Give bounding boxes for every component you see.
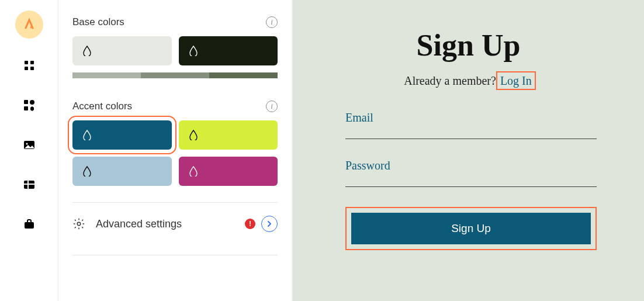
accent-swatch-2[interactable] [179, 120, 278, 150]
svg-point-8 [26, 143, 27, 145]
settings-panel: Base colors i Accent colors i [58, 0, 292, 301]
accent-swatch-row-2 [72, 157, 278, 186]
accent-swatch-3[interactable] [72, 157, 172, 186]
info-icon[interactable]: i [266, 101, 278, 112]
email-label: Email [345, 111, 597, 124]
member-line: Already a member? Log In [404, 74, 533, 88]
svg-point-13 [77, 222, 81, 226]
briefcase-icon[interactable] [20, 215, 39, 234]
divider [72, 255, 278, 255]
advanced-settings-label: Advanced settings [96, 218, 245, 230]
base-colors-header: Base colors i [72, 16, 278, 28]
accent-swatch-1[interactable] [72, 120, 172, 150]
info-icon[interactable]: i [266, 16, 278, 28]
svg-rect-12 [25, 222, 34, 229]
base-swatch-1[interactable] [72, 36, 172, 65]
accent-colors-header: Accent colors i [72, 101, 278, 112]
accent-swatch-row-1 [72, 120, 278, 150]
svg-rect-2 [25, 67, 28, 70]
image-icon[interactable] [20, 136, 39, 154]
drop-icon [189, 166, 198, 177]
gradient-bar [72, 72, 278, 78]
svg-rect-4 [24, 100, 28, 104]
signup-button[interactable]: Sign Up [351, 213, 591, 244]
left-rail [0, 0, 58, 301]
apps-grid-icon[interactable] [20, 56, 39, 75]
signup-form-preview: Sign Up Already a member? Log In Email P… [292, 0, 644, 301]
advanced-settings-row[interactable]: Advanced settings ! [72, 203, 278, 245]
accent-colors-label: Accent colors [72, 101, 132, 112]
accent-swatch-4[interactable] [179, 157, 278, 186]
gear-icon [72, 217, 85, 230]
preview-pane: Sign Up Already a member? Log In Email P… [292, 0, 644, 301]
svg-rect-3 [30, 67, 34, 70]
logo-icon[interactable] [15, 11, 43, 39]
drop-icon [83, 46, 91, 56]
page-title: Sign Up [417, 28, 521, 63]
login-link[interactable]: Log In [499, 74, 533, 87]
base-colors-label: Base colors [72, 16, 124, 28]
integrations-icon[interactable] [20, 96, 39, 115]
base-swatch-2[interactable] [179, 36, 278, 65]
chevron-right-icon[interactable] [261, 216, 278, 232]
drop-icon [83, 130, 91, 140]
alert-icon: ! [245, 219, 255, 229]
svg-rect-5 [24, 106, 28, 110]
svg-rect-1 [30, 61, 34, 64]
form-block: Email Password Sign Up [345, 111, 597, 250]
member-prefix: Already a member? [404, 74, 496, 87]
signup-button-highlight: Sign Up [345, 207, 597, 250]
table-icon[interactable] [20, 175, 39, 194]
drop-icon [189, 130, 198, 140]
svg-point-6 [30, 100, 34, 105]
base-swatch-row [72, 36, 278, 65]
drop-icon [83, 166, 91, 177]
email-field[interactable] [345, 139, 597, 139]
password-field[interactable] [345, 186, 597, 187]
drop-icon [189, 46, 198, 56]
password-label: Password [345, 159, 597, 172]
svg-rect-0 [25, 61, 28, 64]
